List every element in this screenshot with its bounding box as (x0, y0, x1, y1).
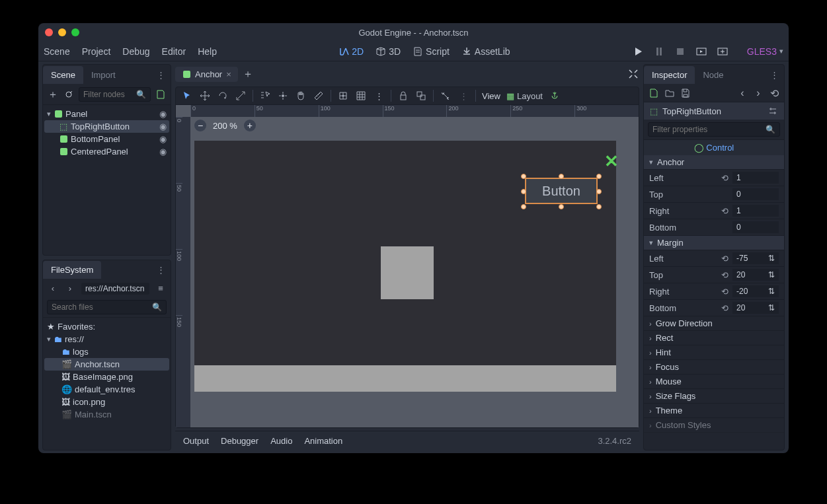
pivot-tool-icon[interactable] (277, 90, 289, 102)
scene-dock-menu-icon[interactable]: ⋮ (151, 70, 171, 80)
menu-scene[interactable]: Scene (44, 46, 70, 57)
stop-button[interactable] (674, 46, 686, 57)
resize-handle[interactable] (559, 204, 564, 209)
fs-forward-icon[interactable]: › (64, 283, 76, 295)
revert-icon[interactable]: ⟲ (721, 303, 729, 313)
snap-options-icon[interactable]: ⋮ (373, 90, 385, 102)
fs-back-icon[interactable]: ‹ (47, 283, 59, 295)
fs-item[interactable]: 🖼 icon.png (44, 396, 169, 408)
workspace-3d-button[interactable]: 3D (375, 46, 401, 57)
close-tab-icon[interactable]: × (226, 69, 231, 79)
list-select-icon[interactable] (259, 90, 271, 102)
history-back-icon[interactable]: ‹ (736, 87, 748, 99)
tree-node-toprightbutton[interactable]: ⬚TopRightButton◉ (44, 120, 169, 133)
resize-handle[interactable] (559, 174, 564, 179)
section-custom-styles[interactable]: ›Custom Styles (644, 418, 784, 433)
pan-tool-icon[interactable] (295, 90, 307, 102)
fs-path[interactable]: res://Anchor.tscn (81, 283, 149, 295)
section-theme[interactable]: ›Theme (644, 404, 784, 418)
revert-icon[interactable]: ⟲ (721, 270, 729, 280)
bone-icon[interactable] (440, 90, 452, 102)
tab-inspector[interactable]: Inspector (644, 66, 695, 84)
selected-button-node[interactable]: Button (525, 178, 598, 204)
audio-tab[interactable]: Audio (270, 436, 292, 446)
section-size-flags[interactable]: ›Size Flags (644, 389, 784, 404)
renderer-dropdown[interactable]: GLES3 ▾ (747, 46, 783, 57)
attach-script-icon[interactable] (155, 89, 167, 100)
centered-panel-rect[interactable] (381, 246, 434, 299)
prop-value-input[interactable]: 0 (732, 221, 779, 233)
animation-tab[interactable]: Animation (304, 436, 342, 446)
tab-node[interactable]: Node (695, 66, 731, 84)
zoom-level[interactable]: 200 % (213, 121, 237, 131)
debugger-tab[interactable]: Debugger (221, 436, 258, 446)
workspace-script-button[interactable]: Script (413, 46, 450, 57)
prop-value-input[interactable]: 20⇅ (732, 269, 779, 281)
scale-tool-icon[interactable] (235, 90, 247, 102)
inspector-tools-icon[interactable] (767, 105, 779, 117)
spinner-icon[interactable]: ⇅ (768, 270, 775, 279)
tab-filesystem[interactable]: FileSystem (43, 261, 101, 279)
zoom-in-button[interactable]: + (244, 120, 256, 131)
fs-item[interactable]: 🎬 Main.tscn (44, 408, 169, 421)
bottom-panel-rect[interactable] (194, 365, 616, 392)
history-menu-icon[interactable]: ⟲ (768, 87, 780, 99)
play-button[interactable] (632, 46, 644, 57)
visibility-icon[interactable]: ◉ (159, 109, 167, 119)
section-margin[interactable]: ▾Margin (644, 236, 784, 250)
fs-item[interactable]: 🎬 Anchor.tscn (44, 358, 169, 371)
canvas-viewport[interactable]: 050100150200250300 050100150 − 200 % + (176, 105, 639, 427)
section-focus[interactable]: ›Focus (644, 360, 784, 375)
menu-debug[interactable]: Debug (122, 46, 149, 57)
fs-item[interactable]: 🖼 BaseImage.png (44, 371, 169, 383)
prop-value-input[interactable]: 1 (732, 205, 779, 217)
prop-value-input[interactable]: -75⇅ (732, 252, 779, 264)
rotate-tool-icon[interactable] (217, 90, 229, 102)
visibility-icon[interactable]: ◉ (159, 147, 167, 157)
section-rect[interactable]: ›Rect (644, 331, 784, 345)
spinner-icon[interactable]: ⇅ (768, 303, 775, 312)
section-anchor[interactable]: ▾Anchor (644, 155, 784, 170)
menu-project[interactable]: Project (82, 46, 111, 57)
class-link-control[interactable]: ◯ Control (644, 140, 784, 155)
group-icon[interactable] (415, 90, 427, 102)
instance-scene-icon[interactable] (63, 89, 75, 100)
grid-snap-icon[interactable] (355, 90, 367, 102)
resize-handle[interactable] (596, 204, 602, 209)
revert-icon[interactable]: ⟲ (721, 287, 729, 297)
load-resource-icon[interactable] (664, 87, 676, 99)
tree-node-centeredpanel[interactable]: CenteredPanel◉ (44, 145, 169, 158)
menu-editor[interactable]: Editor (162, 46, 186, 57)
filesystem-dock-menu-icon[interactable]: ⋮ (151, 265, 171, 275)
resize-handle[interactable] (521, 189, 526, 194)
fs-item[interactable]: 🌐 default_env.tres (44, 383, 169, 396)
scene-tab-anchor[interactable]: Anchor× (175, 67, 238, 82)
layout-menu[interactable]: ▦Layout (506, 91, 543, 101)
menu-help[interactable]: Help (198, 46, 217, 57)
inspector-dock-menu-icon[interactable]: ⋮ (765, 70, 784, 80)
prop-value-input[interactable]: 1 (732, 172, 779, 184)
tab-scene[interactable]: Scene (43, 66, 83, 84)
canvas[interactable]: − 200 % + Button (190, 117, 639, 427)
section-hint[interactable]: ›Hint (644, 345, 784, 360)
revert-icon[interactable]: ⟲ (721, 254, 729, 264)
tree-node-bottompanel[interactable]: BottomPanel◉ (44, 133, 169, 145)
fs-item[interactable]: 🖿 logs (44, 345, 169, 358)
save-resource-icon[interactable] (680, 87, 691, 99)
lock-icon[interactable] (397, 90, 409, 102)
add-scene-tab-icon[interactable]: ＋ (242, 68, 254, 80)
zoom-out-button[interactable]: − (194, 120, 206, 131)
prop-value-input[interactable]: 0 (732, 188, 779, 200)
smart-snap-icon[interactable] (337, 90, 349, 102)
move-tool-icon[interactable] (199, 90, 211, 102)
visibility-icon[interactable]: ◉ (159, 134, 167, 144)
root-panel-rect[interactable]: Button ✕ (194, 141, 616, 392)
filter-properties-input[interactable]: 🔍 (648, 122, 780, 137)
resize-handle[interactable] (521, 174, 526, 179)
new-resource-icon[interactable] (648, 87, 660, 99)
prop-value-input[interactable]: 20⇅ (732, 302, 779, 314)
visibility-icon[interactable]: ◉ (159, 122, 167, 131)
revert-icon[interactable]: ⟲ (721, 206, 729, 216)
tab-import[interactable]: Import (83, 66, 124, 84)
select-tool-icon[interactable] (181, 90, 193, 102)
